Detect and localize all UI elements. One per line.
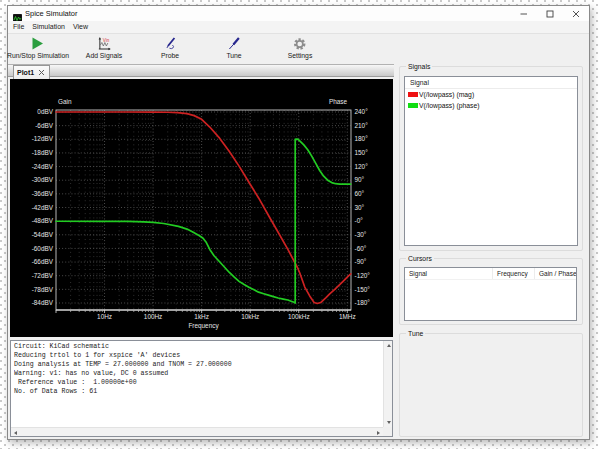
tab-plot1-label: Plot1	[17, 69, 34, 76]
svg-text:Phase: Phase	[329, 98, 348, 105]
tune-icon	[228, 36, 241, 51]
add-signals-button[interactable]: Vin Add Signals	[86, 36, 122, 59]
cursors-table[interactable]: Signal Frequency Gain / Phase	[404, 267, 577, 321]
svg-text:150°: 150°	[355, 149, 369, 156]
svg-text:-150°: -150°	[355, 286, 371, 293]
svg-text:210°: 210°	[355, 122, 369, 129]
svg-text:100Hz: 100Hz	[144, 313, 162, 320]
signals-list[interactable]: Signal V(/lowpass) (mag) V(/lowpass) (ph…	[404, 76, 578, 246]
titlebar[interactable]: Spice Simulator	[8, 6, 589, 21]
svg-text:-18dBV: -18dBV	[32, 149, 54, 156]
svg-text:-30°: -30°	[355, 231, 367, 238]
svg-text:240°: 240°	[355, 108, 369, 115]
svg-text:-6dBV: -6dBV	[35, 122, 53, 129]
svg-text:-0°: -0°	[355, 217, 364, 224]
add-signals-icon: Vin	[97, 36, 111, 51]
menubar: File Simulation View	[8, 21, 589, 34]
scroll-left-arrow-icon[interactable]	[14, 431, 17, 435]
signals-group: Signals Signal V(/lowpass) (mag) V(/lowp…	[399, 66, 583, 251]
svg-text:-24dBV: -24dBV	[32, 163, 54, 170]
desktop: Spice Simulator File Simulation View	[0, 0, 600, 449]
signals-group-title: Signals	[406, 62, 432, 72]
svg-text:-84dBV: -84dBV	[32, 299, 54, 306]
menu-view[interactable]: View	[69, 21, 92, 33]
probe-button[interactable]: Probe	[161, 36, 179, 59]
spice-simulator-window: Spice Simulator File Simulation View	[7, 5, 590, 440]
svg-text:-30dBV: -30dBV	[32, 176, 54, 183]
console-output: Circuit: KiCad schematic Reducing trtol …	[14, 343, 380, 424]
svg-text:60°: 60°	[355, 190, 365, 197]
svg-text:-36dBV: -36dBV	[32, 190, 54, 197]
close-button[interactable]	[563, 6, 589, 21]
tune-button[interactable]: Tune	[226, 36, 241, 59]
svg-text:90°: 90°	[355, 176, 365, 183]
console-horizontal-scrollbar[interactable]	[11, 427, 383, 436]
svg-text:-42dBV: -42dBV	[32, 204, 54, 211]
window-title: Spice Simulator	[25, 6, 78, 21]
signals-column-header: Signal	[405, 77, 577, 89]
svg-text:120°: 120°	[355, 163, 369, 170]
svg-text:-66dBV: -66dBV	[32, 258, 54, 265]
signal-row-phase[interactable]: V(/lowpass) (phase)	[405, 100, 577, 111]
svg-text:1MHz: 1MHz	[339, 313, 356, 320]
cursors-group-title: Cursors	[406, 254, 434, 264]
console-vertical-scrollbar[interactable]	[383, 341, 392, 427]
signal-row-mag[interactable]: V(/lowpass) (mag)	[405, 89, 577, 100]
cursors-group: Cursors Signal Frequency Gain / Phase	[399, 258, 583, 325]
scrollbar-corner	[383, 427, 392, 436]
settings-button[interactable]: Settings	[288, 36, 313, 59]
cursors-column-signal: Signal	[405, 268, 493, 279]
plot-tabstrip: Plot1	[8, 64, 394, 77]
svg-text:Gain: Gain	[58, 98, 72, 105]
svg-text:-180°: -180°	[355, 299, 371, 306]
tune-group-title: Tune	[406, 329, 425, 339]
svg-text:0dBV: 0dBV	[37, 108, 53, 115]
tab-plot1[interactable]: Plot1	[13, 65, 50, 79]
bode-plot[interactable]: 0dBV-6dBV-12dBV-18dBV-24dBV-30dBV-36dBV-…	[10, 79, 393, 337]
svg-text:-72dBV: -72dBV	[32, 272, 54, 279]
svg-text:-54dBV: -54dBV	[32, 231, 54, 238]
scroll-up-arrow-icon[interactable]	[387, 344, 391, 347]
plot-pane: Plot1 0dBV-6dBV-12dBV-18dBV-24dBV-30dBV-…	[8, 64, 394, 439]
minimize-button[interactable]	[511, 6, 537, 21]
signal-color-swatch-red	[408, 92, 418, 97]
simulation-console[interactable]: Circuit: KiCad schematic Reducing trtol …	[10, 340, 393, 437]
cursors-header-row: Signal Frequency Gain / Phase	[405, 268, 576, 280]
run-stop-simulation-button[interactable]: Run/Stop Simulation	[7, 36, 69, 59]
svg-text:-48dBV: -48dBV	[32, 217, 54, 224]
probe-icon	[163, 36, 176, 51]
menu-file[interactable]: File	[9, 21, 28, 33]
menu-simulation[interactable]: Simulation	[28, 21, 69, 33]
svg-text:-120°: -120°	[355, 272, 371, 279]
svg-text:-78dBV: -78dBV	[32, 286, 54, 293]
signal-color-swatch-green	[408, 103, 418, 108]
app-icon	[13, 9, 22, 18]
svg-text:-60°: -60°	[355, 245, 367, 252]
svg-text:-90°: -90°	[355, 258, 367, 265]
svg-text:10kHz: 10kHz	[241, 313, 259, 320]
svg-text:10Hz: 10Hz	[97, 313, 112, 320]
scroll-right-arrow-icon[interactable]	[377, 431, 380, 435]
svg-text:-60dBV: -60dBV	[32, 245, 54, 252]
tune-group: Tune	[399, 333, 583, 437]
svg-text:Frequency: Frequency	[188, 322, 219, 330]
cursors-column-gain-phase: Gain / Phase	[535, 268, 576, 279]
cursors-column-frequency: Frequency	[493, 268, 535, 279]
window-controls	[511, 6, 589, 21]
svg-text:180°: 180°	[355, 135, 369, 142]
signal-name: V(/lowpass) (phase)	[419, 102, 479, 109]
scroll-down-arrow-icon[interactable]	[387, 421, 391, 424]
svg-text:Vin: Vin	[103, 37, 110, 42]
maximize-button[interactable]	[537, 6, 563, 21]
svg-text:100kHz: 100kHz	[288, 313, 310, 320]
svg-text:1kHz: 1kHz	[194, 313, 209, 320]
side-panel: Signals Signal V(/lowpass) (mag) V(/lowp…	[394, 64, 589, 439]
run-icon	[32, 36, 45, 51]
tab-close-icon[interactable]	[38, 69, 45, 76]
settings-icon	[293, 36, 307, 51]
toolbar: Run/Stop Simulation Vin Add Signals	[8, 34, 589, 64]
svg-text:30°: 30°	[355, 204, 365, 211]
svg-text:-12dBV: -12dBV	[32, 135, 54, 142]
signal-name: V(/lowpass) (mag)	[419, 91, 474, 98]
